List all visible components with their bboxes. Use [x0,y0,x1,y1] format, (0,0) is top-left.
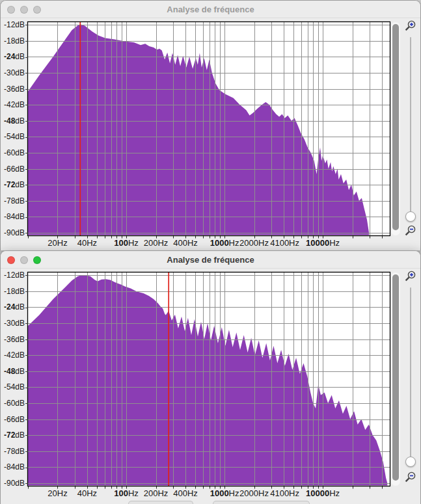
y-tick-mark [25,339,28,340]
y-axis-label: -48dB [4,116,28,126]
zoom-in-icon[interactable] [404,20,416,32]
y-tick-mark [25,217,28,218]
frequency-analysis-window: Analyse de fréquence -12dB-18dB-24dB-30d… [0,0,421,250]
zoom-out-icon[interactable] [404,471,416,483]
y-axis-label: -18dB [4,286,28,297]
vertical-scrollbar[interactable] [391,272,400,486]
y-tick-mark [25,89,28,90]
zoom-slider-thumb[interactable] [405,457,416,467]
y-axis-label: -66dB [4,414,28,425]
y-axis-label: -24dB [4,302,28,312]
y-tick-mark [25,57,28,58]
y-axis-label: -36dB [4,84,28,94]
x-axis: 20Hz40Hz100Hz200Hz400Hz1000Hz2000Hz4100H… [1,235,421,250]
x-axis: 20Hz40Hz100Hz200Hz400Hz1000Hz2000Hz4100H… [1,486,421,500]
y-tick-mark [25,308,28,308]
x-axis-label: 10000Hz [306,238,340,248]
x-axis-label: 4100Hz [270,488,299,498]
y-axis-label: -78dB [4,446,28,457]
y-axis-label: -84dB [4,211,28,222]
vertical-scrollbar[interactable] [391,22,400,235]
zoom-slider-thumb[interactable] [405,211,416,222]
y-axis-label: -12dB [4,20,28,30]
y-axis: -12dB-18dB-24dB-30dB-36dB-42dB-48dB-54dB… [1,1,28,250]
y-axis-label: -30dB [4,68,28,78]
y-tick-mark [25,153,28,153]
y-tick-mark [25,388,28,388]
y-tick-mark [25,73,28,73]
x-axis-label: 200Hz [144,488,169,498]
y-axis-label: -72dB [4,179,28,190]
scrollbar-thumb[interactable] [392,274,399,481]
y-tick-mark [25,41,28,42]
y-tick-mark [25,355,28,356]
x-axis-label: 2000Hz [239,488,269,498]
y-tick-mark [25,403,28,404]
y-axis-label: -18dB [4,36,28,46]
x-axis-label: 400Hz [173,488,198,498]
y-axis-label: -12dB [4,270,28,280]
cutoff-control[interactable] [213,501,310,504]
zoom-slider[interactable] [410,287,411,467]
x-axis-label: 20Hz [48,488,67,498]
cutoff-control[interactable] [128,501,193,504]
x-axis-label: 400Hz [173,238,198,248]
x-axis-label: 2000Hz [239,238,269,248]
y-axis-label: -30dB [4,318,28,328]
x-axis-label: 40Hz [77,488,97,498]
y-axis-label: -54dB [4,382,28,392]
y-tick-mark [25,323,28,324]
zoom-out-icon[interactable] [404,224,416,237]
y-axis-label: -42dB [4,99,28,110]
y-axis-label: -84dB [4,462,28,472]
y-axis-label: -36dB [4,334,28,345]
y-tick-mark [25,371,28,372]
y-axis-label: -42dB [4,350,28,360]
y-axis: -12dB-18dB-24dB-30dB-36dB-42dB-48dB-54dB… [1,251,28,504]
y-axis-label: -60dB [4,398,28,408]
y-tick-mark [25,121,28,122]
y-tick-mark [25,483,28,484]
y-tick-mark [25,105,28,105]
y-axis-label: -24dB [4,51,28,62]
spectrum-plot[interactable] [1,1,421,251]
y-tick-mark [25,275,28,276]
y-axis-label: -66dB [4,164,28,174]
x-axis-label: 100Hz [114,238,139,248]
y-tick-mark [25,201,28,202]
y-axis-label: -78dB [4,196,28,206]
x-axis-label: 200Hz [144,238,169,248]
spectrum-plot[interactable] [1,251,421,504]
frequency-analysis-window: Analyse de fréquence -12dB-18dB-24dB-30d… [0,250,421,504]
x-axis-label: 1000Hz [210,238,239,248]
y-tick-mark [25,233,28,233]
y-tick-mark [25,25,28,25]
x-axis-label: 40Hz [77,238,97,248]
x-axis-label: 20Hz [48,238,67,248]
y-tick-mark [25,419,28,420]
y-tick-mark [25,185,28,185]
x-axis-label: 1000Hz [210,488,239,498]
y-axis-label: -54dB [4,131,28,142]
y-tick-mark [25,435,28,436]
y-tick-mark [25,468,28,468]
x-axis-label: 4100Hz [270,238,299,248]
x-axis-label: 100Hz [114,488,139,498]
zoom-in-icon[interactable] [404,270,416,282]
x-axis-label: 10000Hz [306,488,340,498]
zoom-slider[interactable] [410,37,411,217]
scrollbar-thumb[interactable] [392,24,399,230]
y-axis-label: -72dB [4,430,28,440]
y-axis-label: -60dB [4,148,28,158]
y-axis-label: -48dB [4,366,28,377]
y-tick-mark [25,291,28,292]
y-tick-mark [25,451,28,452]
y-tick-mark [25,137,28,138]
y-tick-mark [25,169,28,170]
